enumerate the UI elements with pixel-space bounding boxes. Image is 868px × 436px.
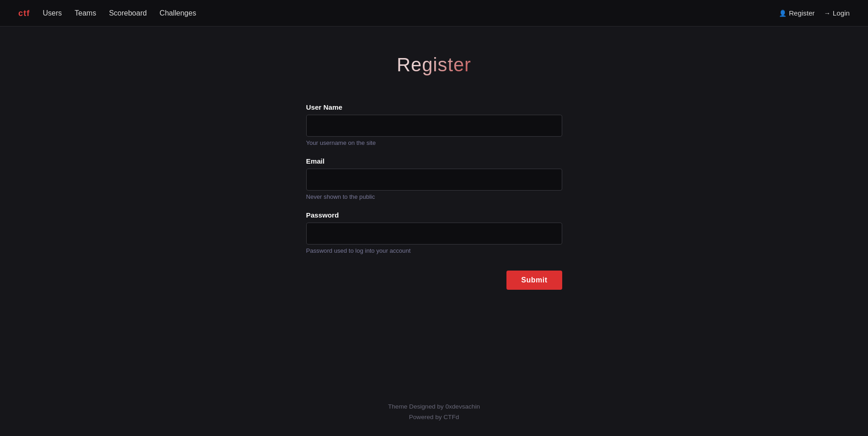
submit-button[interactable]: Submit [506, 271, 562, 290]
nav-logo[interactable]: ctf [18, 8, 30, 18]
username-label: User Name [306, 103, 562, 111]
email-input[interactable] [306, 169, 562, 191]
nav-login-link[interactable]: Login [824, 9, 850, 17]
submit-row: Submit [306, 271, 562, 290]
page-title: Register [397, 54, 471, 76]
password-group: Password Password used to log into your … [306, 211, 562, 254]
password-input[interactable] [306, 223, 562, 245]
email-label: Email [306, 157, 562, 165]
nav-link-scoreboard[interactable]: Scoreboard [109, 9, 147, 17]
username-input[interactable] [306, 115, 562, 137]
nav-left: ctf Users Teams Scoreboard Challenges [18, 8, 196, 18]
nav-register-link[interactable]: Register [779, 9, 815, 17]
email-hint: Never shown to the public [306, 193, 562, 200]
main-content: Register User Name Your username on the … [0, 27, 868, 388]
password-label: Password [306, 211, 562, 219]
footer: Theme Designed by 0xdevsachin Powered by… [0, 388, 868, 436]
password-hint: Password used to log into your account [306, 247, 562, 254]
username-group: User Name Your username on the site [306, 103, 562, 146]
username-hint: Your username on the site [306, 139, 562, 146]
nav-link-challenges[interactable]: Challenges [160, 9, 196, 17]
nav-link-users[interactable]: Users [43, 9, 62, 17]
footer-line1: Theme Designed by 0xdevsachin [9, 401, 859, 412]
register-form: User Name Your username on the site Emai… [306, 103, 562, 290]
email-group: Email Never shown to the public [306, 157, 562, 200]
footer-line2: Powered by CTFd [9, 412, 859, 422]
nav-right: Register Login [779, 9, 850, 17]
navbar: ctf Users Teams Scoreboard Challenges Re… [0, 0, 868, 27]
nav-link-teams[interactable]: Teams [75, 9, 96, 17]
